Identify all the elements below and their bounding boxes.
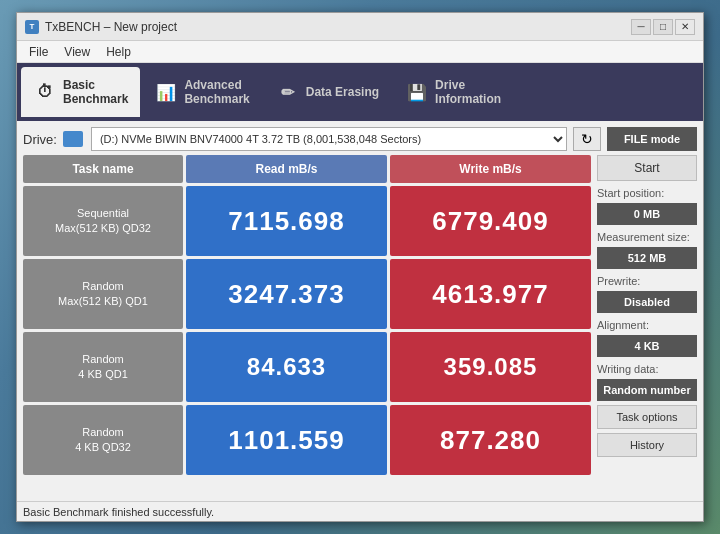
main-window: T TxBENCH – New project ─ □ ✕ File View … [16, 12, 704, 522]
row2-label: Random Max(512 KB) QD1 [23, 259, 183, 329]
table-row: Random Max(512 KB) QD1 3247.373 4613.977 [23, 259, 591, 329]
prewrite-label: Prewrite: [597, 275, 697, 287]
tab-advanced-benchmark[interactable]: 📊 Advanced Benchmark [142, 67, 261, 117]
tab-advanced-label1: Advanced [184, 78, 249, 92]
drive-select[interactable]: (D:) NVMe BIWIN BNV74000 4T 3.72 TB (8,0… [91, 127, 567, 151]
start-button[interactable]: Start [597, 155, 697, 181]
menu-file[interactable]: File [21, 43, 56, 61]
row3-label: Random 4 KB QD1 [23, 332, 183, 402]
table-header: Task name Read mB/s Write mB/s [23, 155, 591, 183]
refresh-button[interactable]: ↻ [573, 127, 601, 151]
drive-label: Drive: [23, 132, 57, 147]
tab-basic-benchmark[interactable]: ⏱ Basic Benchmark [21, 67, 140, 117]
col-header-read: Read mB/s [186, 155, 387, 183]
drive-information-icon: 💾 [405, 80, 429, 104]
start-position-label: Start position: [597, 187, 697, 199]
table-row: Sequential Max(512 KB) QD32 7115.698 677… [23, 186, 591, 256]
writing-data-value: Random number [597, 379, 697, 401]
tab-info-label1: Drive [435, 78, 501, 92]
refresh-icon: ↻ [581, 131, 593, 147]
minimize-button[interactable]: ─ [631, 19, 651, 35]
writing-data-label: Writing data: [597, 363, 697, 375]
history-button[interactable]: History [597, 433, 697, 457]
table-row: Random 4 KB QD32 1101.559 877.280 [23, 405, 591, 475]
row1-read: 7115.698 [186, 186, 387, 256]
tab-advanced-label2: Benchmark [184, 92, 249, 106]
tab-erasing-label1: Data Erasing [306, 85, 379, 99]
measurement-label: Measurement size: [597, 231, 697, 243]
close-button[interactable]: ✕ [675, 19, 695, 35]
basic-benchmark-icon: ⏱ [33, 80, 57, 104]
row2-read: 3247.373 [186, 259, 387, 329]
row1-label: Sequential Max(512 KB) QD32 [23, 186, 183, 256]
status-bar: Basic Benchmark finished successfully. [17, 501, 703, 521]
row4-label: Random 4 KB QD32 [23, 405, 183, 475]
status-text: Basic Benchmark finished successfully. [23, 506, 214, 518]
start-position-value: 0 MB [597, 203, 697, 225]
menu-bar: File View Help [17, 41, 703, 63]
file-mode-button[interactable]: FILE mode [607, 127, 697, 151]
app-icon: T [25, 20, 39, 34]
window-controls: ─ □ ✕ [631, 19, 695, 35]
col-header-task: Task name [23, 155, 183, 183]
menu-view[interactable]: View [56, 43, 98, 61]
advanced-benchmark-icon: 📊 [154, 80, 178, 104]
benchmark-table: Task name Read mB/s Write mB/s Sequentia… [23, 155, 591, 495]
measurement-value: 512 MB [597, 247, 697, 269]
prewrite-value: Disabled [597, 291, 697, 313]
content-area: Drive: (D:) NVMe BIWIN BNV74000 4T 3.72 … [17, 121, 703, 501]
row1-write: 6779.409 [390, 186, 591, 256]
title-bar: T TxBENCH – New project ─ □ ✕ [17, 13, 703, 41]
col-header-write: Write mB/s [390, 155, 591, 183]
row2-write: 4613.977 [390, 259, 591, 329]
tab-drive-information[interactable]: 💾 Drive Information [393, 67, 513, 117]
data-erasing-icon: ✏ [276, 80, 300, 104]
alignment-value: 4 KB [597, 335, 697, 357]
main-area: Task name Read mB/s Write mB/s Sequentia… [23, 155, 697, 495]
tab-info-label2: Information [435, 92, 501, 106]
tab-data-erasing[interactable]: ✏ Data Erasing [264, 67, 391, 117]
tab-basic-label2: Benchmark [63, 92, 128, 106]
row4-read: 1101.559 [186, 405, 387, 475]
task-options-button[interactable]: Task options [597, 405, 697, 429]
row3-write: 359.085 [390, 332, 591, 402]
row4-write: 877.280 [390, 405, 591, 475]
tab-basic-label1: Basic [63, 78, 128, 92]
row3-read: 84.633 [186, 332, 387, 402]
maximize-button[interactable]: □ [653, 19, 673, 35]
drive-row: Drive: (D:) NVMe BIWIN BNV74000 4T 3.72 … [23, 127, 697, 151]
sidebar: Start Start position: 0 MB Measurement s… [597, 155, 697, 495]
window-title: TxBENCH – New project [45, 20, 631, 34]
menu-help[interactable]: Help [98, 43, 139, 61]
drive-icon [63, 131, 83, 147]
alignment-label: Alignment: [597, 319, 697, 331]
toolbar: ⏱ Basic Benchmark 📊 Advanced Benchmark ✏… [17, 63, 703, 121]
table-row: Random 4 KB QD1 84.633 359.085 [23, 332, 591, 402]
